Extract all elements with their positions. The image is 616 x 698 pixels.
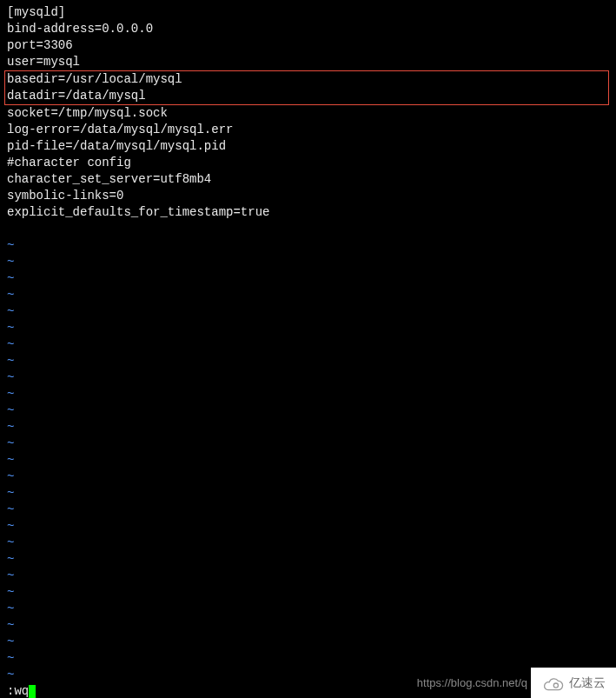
watermark-area: https://blog.csdn.net/q 亿速云 xyxy=(417,668,616,698)
config-line: user=mysql xyxy=(7,54,609,70)
config-line: #character config xyxy=(7,155,609,171)
empty-line-marker: ~ xyxy=(7,237,609,254)
config-line: port=3306 xyxy=(7,37,609,54)
empty-line-marker: ~ xyxy=(7,601,609,617)
empty-line-marker: ~ xyxy=(7,634,609,650)
highlighted-config-line: datadir=/data/mysql xyxy=(7,88,606,104)
config-section-after: socket=/tmp/mysql.socklog-error=/data/my… xyxy=(7,105,609,237)
empty-line-marker: ~ xyxy=(7,435,609,452)
empty-lines-section: ~~~~~~~~~~~~~~~~~~~~~~~~~~~ xyxy=(7,237,609,683)
watermark-brand-text: 亿速云 xyxy=(569,675,606,691)
empty-line-marker: ~ xyxy=(7,518,609,535)
config-line: [mysqld] xyxy=(7,4,609,21)
highlighted-config-line: basedir=/usr/local/mysql xyxy=(7,71,606,88)
empty-line-marker: ~ xyxy=(7,568,609,584)
watermark-badge: 亿速云 xyxy=(531,668,616,698)
highlighted-config-section: basedir=/usr/local/mysqldatadir=/data/my… xyxy=(4,70,609,105)
empty-line-marker: ~ xyxy=(7,469,609,485)
empty-line-marker: ~ xyxy=(7,287,609,303)
blank-line xyxy=(7,221,609,237)
empty-line-marker: ~ xyxy=(7,419,609,435)
empty-line-marker: ~ xyxy=(7,353,609,369)
empty-line-marker: ~ xyxy=(7,452,609,469)
config-section: [mysqld]bind-address=0.0.0.0port=3306use… xyxy=(7,4,609,70)
empty-line-marker: ~ xyxy=(7,617,609,634)
config-line: explicit_defaults_for_timestamp=true xyxy=(7,204,609,221)
svg-point-0 xyxy=(553,683,558,688)
config-line: log-error=/data/mysql/mysql.err xyxy=(7,122,609,138)
empty-line-marker: ~ xyxy=(7,270,609,287)
cursor xyxy=(29,685,36,698)
empty-line-marker: ~ xyxy=(7,650,609,667)
empty-line-marker: ~ xyxy=(7,336,609,353)
cloud-icon xyxy=(541,675,564,691)
empty-line-marker: ~ xyxy=(7,369,609,386)
config-line: symbolic-links=0 xyxy=(7,188,609,204)
config-line: socket=/tmp/mysql.sock xyxy=(7,105,609,122)
empty-line-marker: ~ xyxy=(7,402,609,419)
watermark-url: https://blog.csdn.net/q xyxy=(417,675,531,691)
empty-line-marker: ~ xyxy=(7,303,609,320)
terminal-editor[interactable]: [mysqld]bind-address=0.0.0.0port=3306use… xyxy=(7,4,609,694)
config-line: character_set_server=utf8mb4 xyxy=(7,171,609,188)
empty-line-marker: ~ xyxy=(7,254,609,270)
vim-command-text: :wq xyxy=(7,683,29,698)
empty-line-marker: ~ xyxy=(7,502,609,518)
empty-line-marker: ~ xyxy=(7,535,609,551)
empty-line-marker: ~ xyxy=(7,551,609,568)
empty-line-marker: ~ xyxy=(7,320,609,336)
empty-line-marker: ~ xyxy=(7,584,609,601)
empty-line-marker: ~ xyxy=(7,386,609,402)
empty-line-marker: ~ xyxy=(7,485,609,502)
config-line: pid-file=/data/mysql/mysql.pid xyxy=(7,138,609,155)
config-line: bind-address=0.0.0.0 xyxy=(7,21,609,37)
